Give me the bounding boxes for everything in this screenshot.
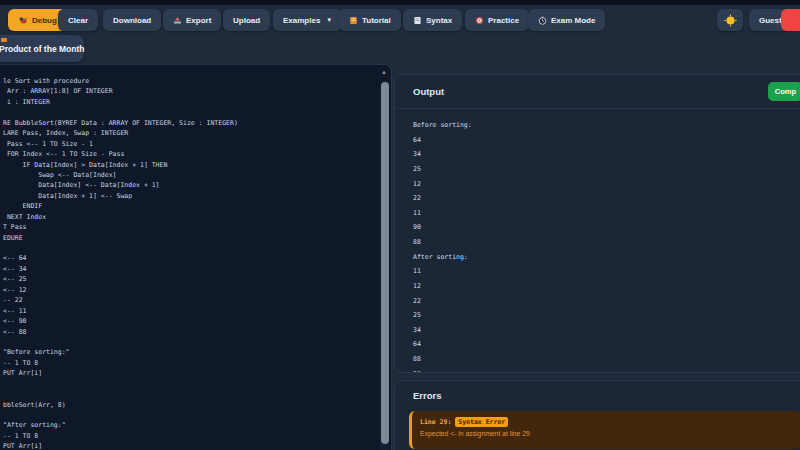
export-icon (173, 16, 182, 25)
code-line: PUT Arr[i] (3, 368, 391, 378)
code-lines[interactable]: le Sort with procedure Arr : ARRAY[1:8] … (0, 65, 391, 450)
exam-clock-icon (538, 16, 547, 25)
badge-label: Product of the Month (0, 44, 84, 54)
code-line (3, 410, 391, 420)
window-top-strip (0, 0, 800, 5)
code-line (3, 389, 391, 399)
tutorial-button[interactable]: Tutorial (339, 9, 401, 31)
output-line: 22 (413, 191, 800, 206)
tutorial-book-icon (349, 16, 358, 25)
code-line: bbleSort(Arr, 8) (3, 400, 391, 410)
error-item: Line 29: Syntax Error Expected <- in ass… (409, 411, 800, 449)
bug-icon (18, 15, 28, 25)
code-line (3, 107, 391, 117)
tutorial-label: Tutorial (362, 16, 391, 25)
code-line: <-- 25 (3, 274, 391, 284)
code-line: Swap <-- Data[Index] (3, 170, 391, 180)
output-line: Before sorting: (413, 118, 800, 133)
output-lines: Before sorting:6434251222119088After sor… (395, 109, 800, 373)
output-line: 34 (413, 323, 800, 338)
editor-scrollbar-thumb[interactable] (381, 82, 389, 444)
chevron-down-icon: ▼ (326, 17, 332, 23)
code-line: <-- 12 (3, 285, 391, 295)
clear-label: Clear (68, 16, 88, 25)
export-button[interactable]: Export (163, 9, 221, 31)
error-line-label: Line 29: (420, 418, 451, 426)
code-line: Arr : ARRAY[1:8] OF INTEGER (3, 86, 391, 96)
compare-button[interactable]: Comp (768, 82, 800, 101)
code-line (3, 337, 391, 347)
code-line (3, 243, 391, 253)
code-editor[interactable]: le Sort with procedure Arr : ARRAY[1:8] … (0, 64, 392, 450)
red-action-button[interactable] (781, 9, 800, 31)
code-line: ENDIF (3, 201, 391, 211)
code-line: NEXT Index (3, 212, 391, 222)
error-message: Expected <- in assignment at line 29 (420, 430, 793, 437)
upload-button[interactable]: Upload (223, 9, 270, 31)
code-line: le Sort with procedure (3, 76, 391, 86)
code-line (3, 379, 391, 389)
code-line: <-- 34 (3, 264, 391, 274)
output-line: 11 (413, 264, 800, 279)
theme-toggle-button[interactable] (717, 9, 743, 31)
code-line: Pass <-- 1 TO Size - 1 (3, 139, 391, 149)
practice-target-icon (475, 16, 484, 25)
code-line: LARE Pass, Index, Swap : INTEGER (3, 128, 391, 138)
export-label: Export (186, 16, 211, 25)
code-line: Data[Index] <-- Data[Index + 1] (3, 180, 391, 190)
debug-label: Debug (32, 16, 57, 25)
errors-title: Errors (413, 390, 442, 401)
code-line: T Pass (3, 222, 391, 232)
syntax-doc-icon (413, 16, 422, 25)
code-line: PUT Arr[i] (3, 441, 391, 450)
output-line: 22 (413, 294, 800, 309)
code-line: -- 1 TO 8 (3, 358, 391, 368)
output-line: 11 (413, 206, 800, 221)
code-line: i : INTEGER (3, 97, 391, 107)
code-line: -- 22 (3, 295, 391, 305)
download-label: Download (113, 16, 151, 25)
output-line: 25 (413, 162, 800, 177)
product-of-month-badge[interactable]: Product of the Month (0, 35, 84, 62)
badge-logo-fragment (1, 38, 7, 42)
scroll-up-icon[interactable]: ▲ (381, 69, 387, 75)
output-line: 64 (413, 337, 800, 352)
output-title: Output (413, 86, 444, 97)
errors-panel: Errors Line 29: Syntax Error Expected <-… (394, 380, 800, 450)
output-line: 64 (413, 133, 800, 148)
output-line: 88 (413, 352, 800, 367)
examples-dropdown-button[interactable]: Examples ▼ (273, 9, 342, 31)
upload-label: Upload (233, 16, 260, 25)
practice-button[interactable]: Practice (465, 9, 529, 31)
code-line: <-- 64 (3, 253, 391, 263)
pseudocode-ide: { "toolbar": { "buttons": [ {"label": "D… (0, 0, 800, 450)
code-line: EDURE (3, 233, 391, 243)
output-line: 90 (413, 367, 800, 373)
sun-icon (724, 14, 737, 27)
output-header: Output Comp (395, 75, 800, 109)
syntax-button[interactable]: Syntax (403, 9, 462, 31)
error-line-ref: Line 29: Syntax Error (420, 418, 793, 426)
code-line: Data[Index + 1] <-- Swap (3, 191, 391, 201)
exam-mode-label: Exam Mode (551, 16, 595, 25)
code-line: "After sorting:" (3, 420, 391, 430)
practice-label: Practice (488, 16, 519, 25)
editor-scrollbar-track[interactable] (380, 81, 389, 450)
code-line: -- 1 TO 8 (3, 431, 391, 441)
output-line: 25 (413, 308, 800, 323)
output-line: 12 (413, 279, 800, 294)
guest-label: Guest (759, 16, 782, 25)
syntax-label: Syntax (426, 16, 452, 25)
code-line: <-- 88 (3, 327, 391, 337)
clear-button[interactable]: Clear (58, 9, 98, 31)
output-line: 34 (413, 147, 800, 162)
code-line: IF Data[Index] > Data[Index + 1] THEN (3, 160, 391, 170)
code-line: <-- 90 (3, 316, 391, 326)
exam-mode-button[interactable]: Exam Mode (528, 9, 605, 31)
output-line: 88 (413, 235, 800, 250)
download-button[interactable]: Download (103, 9, 161, 31)
errors-header: Errors (395, 381, 800, 409)
output-panel: Output Comp Before sorting:6434251222119… (394, 74, 800, 373)
output-line: After sorting: (413, 250, 800, 265)
code-line: <-- 11 (3, 306, 391, 316)
